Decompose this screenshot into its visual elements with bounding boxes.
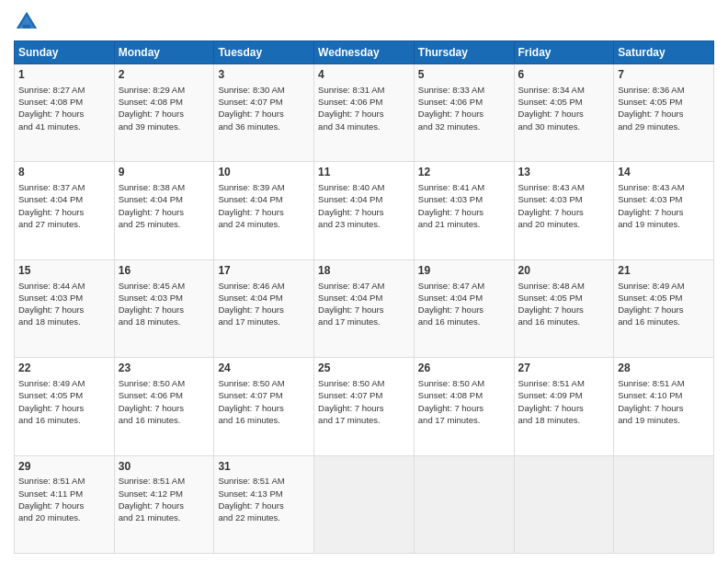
- day-info: Daylight: 7 hours: [618, 402, 710, 414]
- day-number: 24: [218, 361, 310, 376]
- day-number: 28: [618, 361, 710, 376]
- day-info: Sunrise: 8:40 AM: [318, 181, 410, 193]
- day-info: Sunset: 4:04 PM: [218, 193, 310, 205]
- day-info: Sunset: 4:03 PM: [119, 292, 210, 304]
- day-info: Daylight: 7 hours: [518, 108, 610, 120]
- day-info: Sunset: 4:08 PM: [18, 96, 110, 108]
- day-info: and 24 minutes.: [218, 218, 310, 230]
- day-info: Sunset: 4:11 PM: [18, 488, 110, 500]
- day-info: Sunset: 4:04 PM: [318, 193, 410, 205]
- day-info: Sunset: 4:03 PM: [618, 193, 710, 205]
- day-info: Daylight: 7 hours: [18, 402, 110, 414]
- day-info: Sunset: 4:04 PM: [18, 193, 110, 205]
- day-number: 29: [18, 459, 110, 475]
- day-info: and 19 minutes.: [618, 414, 710, 426]
- day-info: Daylight: 7 hours: [418, 402, 510, 414]
- day-info: Sunrise: 8:38 AM: [119, 181, 210, 193]
- day-info: Sunrise: 8:49 AM: [18, 377, 110, 389]
- day-info: Sunset: 4:05 PM: [618, 292, 710, 304]
- day-number: 21: [618, 263, 710, 279]
- calendar-cell: 11Sunrise: 8:40 AMSunset: 4:04 PMDayligh…: [314, 162, 415, 259]
- day-number: 26: [418, 361, 510, 376]
- day-info: Daylight: 7 hours: [618, 108, 710, 120]
- day-info: and 25 minutes.: [119, 218, 210, 230]
- day-info: Sunrise: 8:46 AM: [218, 280, 310, 292]
- day-number: 2: [119, 67, 210, 83]
- day-info: and 41 minutes.: [18, 121, 110, 132]
- day-info: Daylight: 7 hours: [318, 206, 410, 218]
- calendar-page: SundayMondayTuesdayWednesdayThursdayFrid…: [0, 0, 728, 563]
- calendar-cell: 29Sunrise: 8:51 AMSunset: 4:11 PMDayligh…: [15, 455, 115, 553]
- day-info: Daylight: 7 hours: [218, 206, 310, 218]
- calendar-cell: 13Sunrise: 8:43 AMSunset: 4:03 PMDayligh…: [514, 162, 614, 259]
- weekday-header-saturday: Saturday: [614, 41, 714, 64]
- day-info: Sunset: 4:05 PM: [518, 96, 610, 108]
- day-info: Sunset: 4:07 PM: [318, 389, 410, 401]
- day-info: Daylight: 7 hours: [318, 108, 410, 120]
- day-info: Sunrise: 8:49 AM: [618, 280, 710, 292]
- day-info: Sunset: 4:13 PM: [218, 488, 310, 500]
- calendar-cell: 20Sunrise: 8:48 AMSunset: 4:05 PMDayligh…: [514, 259, 614, 357]
- day-info: and 19 minutes.: [618, 218, 710, 230]
- day-info: Sunrise: 8:51 AM: [618, 377, 710, 389]
- day-info: Sunrise: 8:51 AM: [18, 475, 110, 487]
- calendar-cell: 15Sunrise: 8:44 AMSunset: 4:03 PMDayligh…: [15, 259, 115, 357]
- day-number: 9: [119, 165, 210, 180]
- weekday-header-sunday: Sunday: [15, 41, 115, 64]
- day-info: Sunset: 4:04 PM: [119, 193, 210, 205]
- day-info: Daylight: 7 hours: [218, 108, 310, 120]
- calendar-cell: 8Sunrise: 8:37 AMSunset: 4:04 PMDaylight…: [15, 162, 115, 259]
- day-info: and 17 minutes.: [318, 316, 410, 327]
- day-info: Daylight: 7 hours: [418, 206, 510, 218]
- day-info: Sunrise: 8:43 AM: [618, 181, 710, 193]
- day-info: and 23 minutes.: [318, 218, 410, 230]
- day-info: Sunrise: 8:43 AM: [518, 181, 610, 193]
- day-info: and 20 minutes.: [18, 511, 110, 523]
- day-info: Sunset: 4:04 PM: [418, 292, 510, 304]
- calendar-cell: 9Sunrise: 8:38 AMSunset: 4:04 PMDaylight…: [114, 162, 214, 259]
- header: [14, 9, 714, 35]
- calendar-cell: 17Sunrise: 8:46 AMSunset: 4:04 PMDayligh…: [214, 259, 314, 357]
- day-info: Sunrise: 8:30 AM: [218, 84, 310, 96]
- calendar-cell: 6Sunrise: 8:34 AMSunset: 4:05 PMDaylight…: [514, 64, 614, 162]
- calendar-cell: 22Sunrise: 8:49 AMSunset: 4:05 PMDayligh…: [15, 358, 115, 455]
- day-info: Daylight: 7 hours: [18, 500, 110, 511]
- day-info: Sunset: 4:03 PM: [18, 292, 110, 304]
- day-info: Sunset: 4:06 PM: [418, 96, 510, 108]
- day-info: Sunrise: 8:29 AM: [119, 84, 210, 96]
- day-info: Sunrise: 8:48 AM: [518, 280, 610, 292]
- calendar-table: SundayMondayTuesdayWednesdayThursdayFrid…: [14, 40, 714, 554]
- calendar-cell: 14Sunrise: 8:43 AMSunset: 4:03 PMDayligh…: [614, 162, 714, 259]
- logo-icon: [14, 9, 40, 35]
- day-info: Daylight: 7 hours: [418, 108, 510, 120]
- logo: [14, 9, 43, 35]
- day-number: 12: [418, 165, 510, 180]
- day-number: 13: [518, 165, 610, 180]
- calendar-cell: [314, 455, 415, 553]
- day-info: Sunset: 4:10 PM: [618, 389, 710, 401]
- day-number: 31: [218, 459, 310, 475]
- week-row-5: 29Sunrise: 8:51 AMSunset: 4:11 PMDayligh…: [15, 455, 714, 553]
- weekday-header-tuesday: Tuesday: [214, 41, 314, 64]
- week-row-3: 15Sunrise: 8:44 AMSunset: 4:03 PMDayligh…: [15, 259, 714, 357]
- day-info: and 34 minutes.: [318, 121, 410, 132]
- day-info: and 16 minutes.: [618, 316, 710, 327]
- calendar-cell: 31Sunrise: 8:51 AMSunset: 4:13 PMDayligh…: [214, 455, 314, 553]
- calendar-cell: 25Sunrise: 8:50 AMSunset: 4:07 PMDayligh…: [314, 358, 415, 455]
- day-info: Sunset: 4:06 PM: [119, 389, 210, 401]
- calendar-cell: 21Sunrise: 8:49 AMSunset: 4:05 PMDayligh…: [614, 259, 714, 357]
- day-info: Daylight: 7 hours: [119, 402, 210, 414]
- calendar-cell: 26Sunrise: 8:50 AMSunset: 4:08 PMDayligh…: [414, 358, 514, 455]
- calendar-cell: 19Sunrise: 8:47 AMSunset: 4:04 PMDayligh…: [414, 259, 514, 357]
- day-number: 14: [618, 165, 710, 180]
- day-info: Sunrise: 8:44 AM: [18, 280, 110, 292]
- day-number: 4: [318, 67, 410, 83]
- day-info: and 21 minutes.: [418, 218, 510, 230]
- day-info: Sunset: 4:06 PM: [318, 96, 410, 108]
- day-number: 16: [119, 263, 210, 279]
- day-info: and 27 minutes.: [18, 218, 110, 230]
- day-info: Daylight: 7 hours: [218, 402, 310, 414]
- day-info: Sunrise: 8:31 AM: [318, 84, 410, 96]
- weekday-header-wednesday: Wednesday: [314, 41, 415, 64]
- day-info: and 39 minutes.: [119, 121, 210, 132]
